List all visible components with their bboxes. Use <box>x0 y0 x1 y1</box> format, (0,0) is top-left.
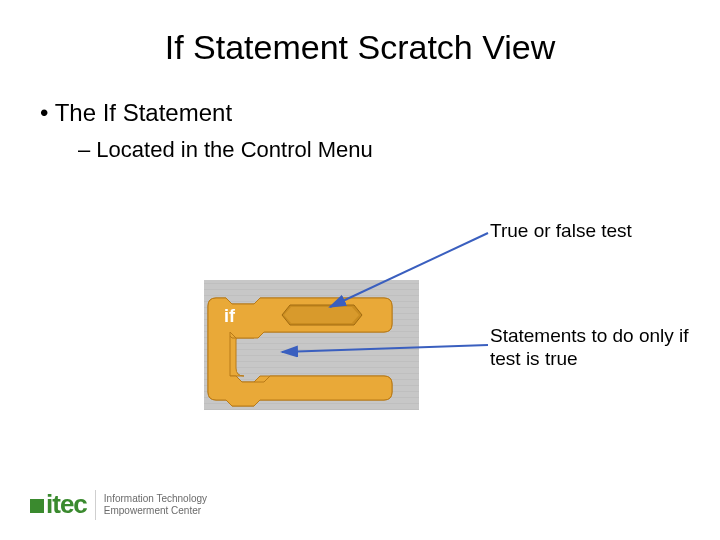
slide-title: If Statement Scratch View <box>0 28 720 67</box>
logo-mark: itec <box>30 489 87 520</box>
logo-square-icon <box>30 499 44 513</box>
annotation-body: Statements to do only if test is true <box>490 325 720 371</box>
scratch-block-preview: if <box>204 280 419 410</box>
if-block: if <box>204 280 419 410</box>
bullet-level-2: Located in the Control Menu <box>78 137 720 163</box>
if-keyword: if <box>224 306 236 326</box>
logo-line2: Empowerment Center <box>104 505 201 516</box>
logo-tagline: Information Technology Empowerment Cente… <box>104 493 207 516</box>
logo-line1: Information Technology <box>104 493 207 504</box>
logo-mark-text: itec <box>46 489 87 520</box>
logo-divider <box>95 490 96 520</box>
annotation-condition: True or false test <box>490 220 632 242</box>
logo: itec Information Technology Empowerment … <box>30 489 207 520</box>
svg-marker-1 <box>284 307 359 323</box>
bullet-level-1: The If Statement <box>40 99 720 127</box>
